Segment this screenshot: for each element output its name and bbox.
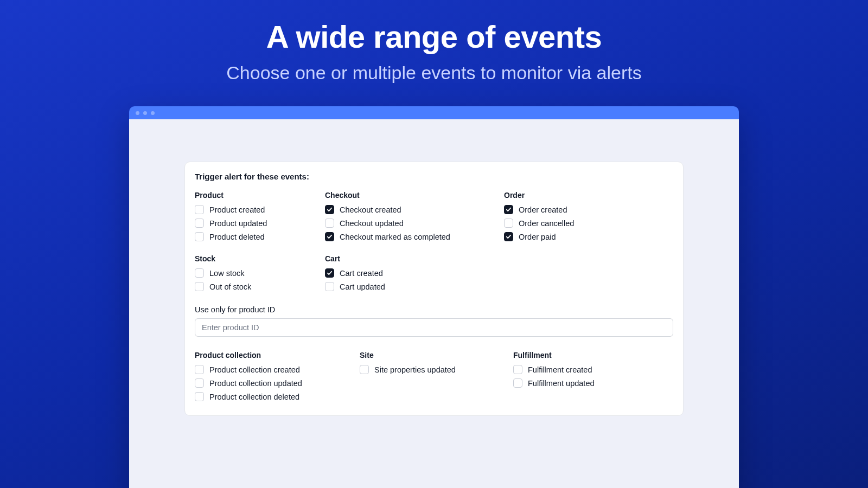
checkbox-order-2[interactable] <box>504 232 513 241</box>
group-title-product: Product <box>195 191 325 200</box>
checkbox-site-0[interactable] <box>360 365 369 374</box>
checkbox-productCollection-2[interactable] <box>195 392 204 401</box>
option-label: Order cancelled <box>519 219 574 228</box>
events-card: Trigger alert for these events: ProductP… <box>184 162 684 416</box>
checkbox-cart-0[interactable] <box>325 268 334 278</box>
group-checkout: CheckoutCheckout createdCheckout updated… <box>325 191 504 243</box>
group-site: SiteSite properties updated <box>360 351 513 403</box>
option-checkout-2[interactable]: Checkout marked as completed <box>325 230 504 243</box>
checkbox-checkout-0[interactable] <box>325 205 334 214</box>
option-label: Fulfillment created <box>528 365 592 374</box>
app-window: Trigger alert for these events: ProductP… <box>129 106 739 488</box>
window-viewport: Trigger alert for these events: ProductP… <box>129 119 739 488</box>
checkbox-product-1[interactable] <box>195 219 204 228</box>
hero-title: A wide range of events <box>0 18 868 55</box>
option-site-0[interactable]: Site properties updated <box>360 363 513 376</box>
traffic-light-close-icon[interactable] <box>136 111 139 115</box>
option-order-2[interactable]: Order paid <box>504 230 673 243</box>
group-cart: CartCart createdCart updated <box>325 254 504 293</box>
events-lower-grid: Product collectionProduct collection cre… <box>195 351 673 403</box>
traffic-light-zoom-icon[interactable] <box>151 111 155 115</box>
group-product: ProductProduct createdProduct updatedPro… <box>195 191 325 243</box>
option-label: Fulfillment updated <box>528 379 595 388</box>
option-stock-0[interactable]: Low stock <box>195 266 325 280</box>
product-id-label: Use only for product ID <box>195 305 673 314</box>
group-title-checkout: Checkout <box>325 191 504 200</box>
option-label: Cart updated <box>340 282 385 291</box>
option-label: Product collection deleted <box>209 393 299 401</box>
checkbox-checkout-2[interactable] <box>325 232 334 241</box>
traffic-light-minimize-icon[interactable] <box>143 111 147 115</box>
option-label: Out of stock <box>209 282 251 291</box>
option-label: Checkout created <box>340 206 401 214</box>
group-fulfillment: FulfillmentFulfillment createdFulfillmen… <box>513 351 673 403</box>
group-title-stock: Stock <box>195 254 325 263</box>
events-upper-grid: ProductProduct createdProduct updatedPro… <box>195 191 673 293</box>
group-title-cart: Cart <box>325 254 504 263</box>
option-label: Product collection updated <box>209 379 302 388</box>
option-label: Site properties updated <box>374 365 456 374</box>
checkbox-productCollection-0[interactable] <box>195 365 204 374</box>
checkbox-product-2[interactable] <box>195 232 204 241</box>
checkbox-order-0[interactable] <box>504 205 513 214</box>
group-title-site: Site <box>360 351 513 359</box>
group-order: OrderOrder createdOrder cancelledOrder p… <box>504 191 673 243</box>
hero-subtitle: Choose one or multiple events to monitor… <box>0 62 868 84</box>
checkbox-stock-0[interactable] <box>195 268 204 278</box>
checkbox-productCollection-1[interactable] <box>195 378 204 388</box>
product-id-input[interactable] <box>195 318 673 337</box>
option-label: Order paid <box>519 233 556 241</box>
checkbox-fulfillment-0[interactable] <box>513 365 522 374</box>
group-title-productCollection: Product collection <box>195 351 360 359</box>
option-productCollection-0[interactable]: Product collection created <box>195 363 360 376</box>
option-fulfillment-1[interactable]: Fulfillment updated <box>513 376 673 390</box>
checkbox-stock-1[interactable] <box>195 282 204 291</box>
option-cart-0[interactable]: Cart created <box>325 266 504 280</box>
group-title-fulfillment: Fulfillment <box>513 351 673 359</box>
option-label: Product deleted <box>209 233 265 241</box>
option-label: Product collection created <box>209 365 300 374</box>
group-spacer <box>504 254 673 293</box>
option-cart-1[interactable]: Cart updated <box>325 280 504 293</box>
option-label: Order created <box>519 206 567 214</box>
option-checkout-0[interactable]: Checkout created <box>325 203 504 216</box>
group-product-collection: Product collectionProduct collection cre… <box>195 351 360 403</box>
option-product-0[interactable]: Product created <box>195 203 325 216</box>
checkbox-order-1[interactable] <box>504 219 513 228</box>
hero: A wide range of events Choose one or mul… <box>0 0 868 84</box>
option-label: Product created <box>209 206 265 214</box>
checkbox-cart-1[interactable] <box>325 282 334 291</box>
option-order-1[interactable]: Order cancelled <box>504 216 673 230</box>
option-checkout-1[interactable]: Checkout updated <box>325 216 504 230</box>
option-label: Checkout updated <box>340 219 404 228</box>
option-product-1[interactable]: Product updated <box>195 216 325 230</box>
option-label: Product updated <box>209 219 267 228</box>
group-title-order: Order <box>504 191 673 200</box>
checkbox-fulfillment-1[interactable] <box>513 378 522 388</box>
option-order-0[interactable]: Order created <box>504 203 673 216</box>
option-label: Checkout marked as completed <box>340 233 450 241</box>
checkbox-product-0[interactable] <box>195 205 204 214</box>
option-productCollection-2[interactable]: Product collection deleted <box>195 390 360 403</box>
group-stock: StockLow stockOut of stock <box>195 254 325 293</box>
checkbox-checkout-1[interactable] <box>325 219 334 228</box>
option-label: Low stock <box>209 269 244 278</box>
option-product-2[interactable]: Product deleted <box>195 230 325 243</box>
option-stock-1[interactable]: Out of stock <box>195 280 325 293</box>
option-productCollection-1[interactable]: Product collection updated <box>195 376 360 390</box>
option-fulfillment-0[interactable]: Fulfillment created <box>513 363 673 376</box>
window-titlebar <box>129 106 739 119</box>
card-title: Trigger alert for these events: <box>195 172 673 181</box>
option-label: Cart created <box>340 269 383 278</box>
